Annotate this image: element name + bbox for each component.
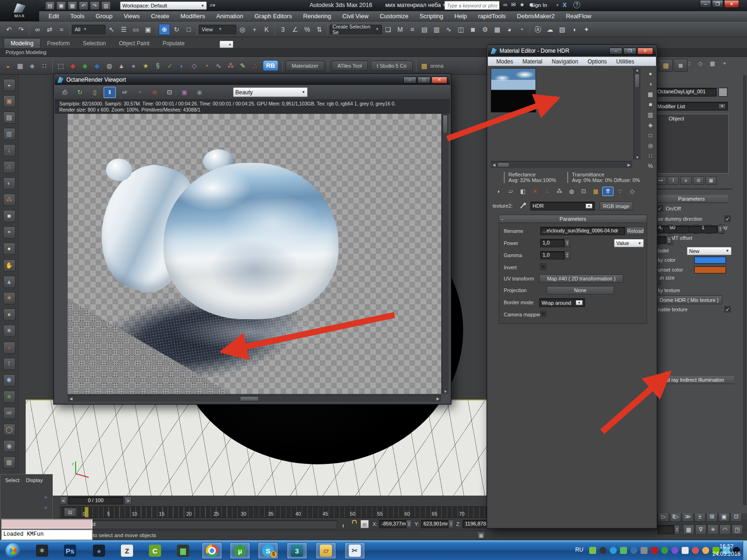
cyl-primitive-icon[interactable]: ◍ <box>104 60 115 71</box>
rgb-balls-icon[interactable]: ⁂ <box>3 194 15 206</box>
square-tool-icon[interactable]: ■ <box>3 210 15 222</box>
maxscript-mini-listener[interactable] <box>1 519 92 529</box>
modifier-stack[interactable]: Object <box>655 114 729 174</box>
show-desktop-button[interactable] <box>743 541 747 560</box>
menu-toggle-icon[interactable]: ≡▾ <box>210 2 215 8</box>
me-menu-item[interactable]: Modes <box>492 58 518 65</box>
me-menu-item[interactable]: Navigation <box>547 58 583 65</box>
taskbar-paint-app[interactable]: ● <box>89 542 109 559</box>
render-production-icon[interactable]: ◕ <box>504 24 515 35</box>
spray-tool-icon[interactable]: ∴ <box>3 161 15 173</box>
select-move-icon[interactable]: ⊕ <box>159 24 170 35</box>
taskbar-explorer[interactable]: ▱ <box>316 542 336 559</box>
project-folder-icon[interactable]: ▥ <box>101 1 111 10</box>
utilities-tab-icon[interactable]: + <box>719 59 731 68</box>
sun-tool-icon[interactable]: ☀ <box>3 292 15 304</box>
taskbar-clock[interactable]: 16:57 24.03.2016 <box>712 543 740 558</box>
maxscript-listener-output[interactable]: Loaded KMFun <box>1 529 92 540</box>
corona-partial-label[interactable]: orona <box>430 63 444 69</box>
modifier-list-dropdown[interactable]: Modifier List ▼ <box>655 102 728 111</box>
tray-globe-icon[interactable] <box>630 547 637 554</box>
checkbox[interactable]: ✓ <box>725 216 731 222</box>
gear-tool-icon[interactable]: ✱ <box>3 374 15 386</box>
gamma-spinner[interactable]: ▲▼ <box>564 251 570 259</box>
scroll-left-icon[interactable]: ◀ <box>491 163 497 167</box>
feedback-icon[interactable]: ✉ <box>511 1 516 8</box>
bind-spacewarp-icon[interactable]: ≈ <box>56 24 67 35</box>
spline-tool-icon[interactable]: ∿ <box>213 60 224 71</box>
pin-tool-icon[interactable]: ⊺ <box>3 358 15 370</box>
stop-render-icon[interactable]: ⊗ <box>148 87 161 98</box>
max-logo[interactable]: MAX <box>0 0 39 21</box>
menu-item[interactable]: Edit <box>43 11 64 21</box>
select-rotate-icon[interactable]: ↻ <box>171 24 182 35</box>
me-restore-button[interactable]: ❐ <box>623 48 636 55</box>
pane-tab[interactable]: Select <box>5 477 20 483</box>
track-bar[interactable]: ▤ 0510152025303540455055606570 <box>60 506 486 518</box>
percent-snap-icon[interactable]: % <box>302 24 313 35</box>
page-tool-icon[interactable]: ▤ <box>3 112 15 124</box>
tray-sync-icon[interactable] <box>692 547 699 554</box>
uv-transform-button[interactable]: Map #40 ( 2D transformation ) <box>539 274 623 283</box>
plugin-extra-icon[interactable]: ◙ <box>674 59 688 72</box>
rgb-dots-icon[interactable]: ∴ <box>249 60 261 71</box>
border-mode-dropdown[interactable]: Wrap around ▼ <box>539 298 585 307</box>
globe-tool-icon[interactable]: ◐ <box>176 60 188 71</box>
color-wheel-icon[interactable]: ◔ <box>134 87 146 98</box>
export-image-icon[interactable]: ⎙ <box>59 87 71 98</box>
save-file-icon[interactable]: ▦ <box>68 1 77 10</box>
delete-material-icon[interactable]: ✕ <box>529 187 541 196</box>
pane-tab[interactable]: Display <box>26 477 43 483</box>
teapot-tool-icon[interactable]: ◒ <box>2 60 14 71</box>
tray-badge5-icon[interactable] <box>702 547 709 554</box>
paint-tool-icon[interactable]: ✎ <box>237 60 248 71</box>
options2-icon[interactable]: ◇ <box>627 187 638 196</box>
circle-tool-icon[interactable]: ● <box>3 243 15 255</box>
plugin-grid-icon[interactable]: ▦ <box>659 59 673 72</box>
motion-tab-icon[interactable]: ◇ <box>694 59 706 68</box>
checkbox[interactable]: ✓ <box>725 306 731 312</box>
texture-type-dropdown[interactable]: HDR ▼ <box>530 202 595 210</box>
studio5-button[interactable]: t Studio 5 Co <box>371 61 413 71</box>
material-navigator-icon[interactable]: ∷ <box>645 151 656 161</box>
menu-item[interactable]: rapidTools <box>472 11 511 21</box>
maximize-window-button[interactable]: ❐ <box>712 0 723 8</box>
open-file-icon[interactable]: ▣ <box>56 1 66 10</box>
me-minimize-button[interactable]: – <box>609 48 622 55</box>
tray-gray-icon[interactable] <box>641 547 648 554</box>
sign-in-link[interactable]: Sign In <box>530 2 547 8</box>
rb-plugin-button[interactable]: RB <box>263 60 278 71</box>
octane-vertical-scrollbar[interactable]: ▼ <box>442 114 449 394</box>
color-swatch[interactable] <box>694 266 726 273</box>
star-tool-icon[interactable]: ★ <box>140 60 151 71</box>
spinner-snap-icon[interactable]: ⇅ <box>314 24 325 35</box>
show-background-icon[interactable]: ▩ <box>590 187 601 196</box>
ribbon-tab[interactable]: Object Paint <box>113 39 156 48</box>
ribbon-tab[interactable]: Modeling <box>4 38 41 48</box>
use-center-icon[interactable]: ◎ <box>237 24 248 35</box>
slots-horizontal-scrollbar[interactable]: ◀ ▶ <box>491 161 632 168</box>
pipette-tool-icon[interactable]: ↓ <box>3 144 15 156</box>
diamond2-icon[interactable]: ◇ <box>189 60 200 71</box>
open-explorer-icon[interactable]: ▧ <box>557 24 568 35</box>
prev-frame-button[interactable]: < <box>60 497 67 504</box>
menu-item[interactable]: Help <box>449 11 472 21</box>
menu-item[interactable]: Animation <box>211 11 249 21</box>
half-sphere-icon[interactable]: ◐ <box>3 177 15 189</box>
select-manipulate-icon[interactable]: + <box>249 24 260 35</box>
display-tab-icon[interactable]: ▦ <box>706 59 719 68</box>
power-spinner[interactable]: ▲▼ <box>564 239 570 247</box>
lock-view-icon[interactable]: ▯ <box>89 87 101 98</box>
named-selection-sets-dropdown[interactable]: Create Selection Se▼ <box>330 25 382 34</box>
pan-hand-icon[interactable]: ✳ <box>707 525 719 535</box>
green-diamond-icon[interactable]: ◆ <box>79 60 91 71</box>
new-file-icon[interactable]: ▤ <box>45 1 55 10</box>
frame-spinner[interactable]: ▲▼ <box>674 525 680 534</box>
reference-coordinate-dropdown[interactable]: View▼ <box>199 25 236 34</box>
polygon-modeling-panel-label[interactable]: Polygon Modeling <box>6 49 46 55</box>
object-color-swatch[interactable] <box>719 88 727 97</box>
selection-filter-dropdown[interactable]: All▼ <box>72 25 106 34</box>
scroll-left-icon[interactable]: ◀ <box>68 397 74 401</box>
layers-tool-icon[interactable]: ▥ <box>3 128 15 140</box>
undo-icon[interactable]: ↶ <box>3 24 14 35</box>
